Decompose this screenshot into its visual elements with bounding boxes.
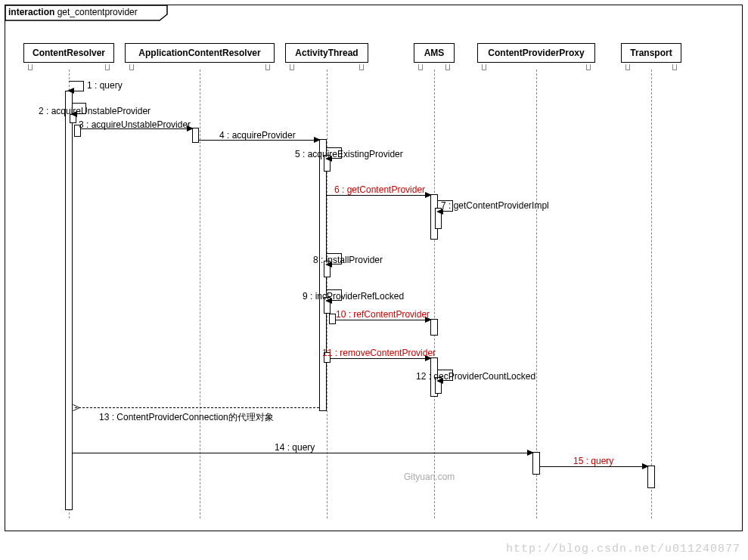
msg11-line (331, 358, 430, 359)
url-watermark: http://blog.csdn.net/u011240877 (506, 543, 740, 555)
msg7-label: 7 : getContentProviderImpl (441, 200, 549, 211)
msg8-label: 8 : installProvider (313, 255, 383, 265)
lifeline-acr (200, 70, 200, 518)
activation-cr-main (65, 91, 73, 510)
lifeline-ams (434, 70, 435, 518)
msg15-arrow (642, 463, 649, 469)
msg13-label: 13 : ContentProviderConnection的代理对象 (99, 411, 274, 424)
msg14-label: 14 : query (275, 442, 315, 453)
msg10-line (336, 320, 430, 320)
lifeline-head-acr: ApplicationContentResolver (125, 43, 275, 63)
msg5-label: 5 : acquireExistingProvider (295, 149, 403, 159)
diagram-frame: interaction get_contentprovider ContentR… (5, 5, 743, 531)
lifeline-head-transport: Transport (621, 43, 681, 63)
lifeline-head-cpp: ContentProviderProxy (477, 43, 595, 63)
msg1-label: 1 : query (87, 80, 123, 91)
msg15-label: 15 : query (573, 456, 613, 466)
msg11-label: 11 : removeContentProvider (322, 348, 436, 358)
msg6-arrow (425, 192, 432, 198)
msg10-label: 10 : refContentProvider (336, 309, 430, 320)
frame-name: get_contentprovider (57, 7, 138, 17)
frame-keyword: interaction (8, 7, 54, 17)
lifeline-cpp (536, 70, 537, 518)
msg6-label: 6 : getContentProvider (334, 184, 425, 195)
msg13-arrow (73, 404, 79, 410)
msg13-line (75, 407, 319, 408)
frame-title: interaction get_contentprovider (8, 7, 138, 17)
msg2-label: 2 : acquireUnstableProvider (39, 106, 151, 116)
lifeline-head-ams: AMS (414, 43, 455, 63)
msg1-arrow (67, 88, 74, 94)
lifeline-head-contentresolver: ContentResolver (23, 43, 114, 63)
msg12-label: 12 : decProviderCountLocked (416, 371, 535, 382)
msg6-line (327, 195, 430, 196)
lifeline-head-activitythread: ActivityThread (285, 43, 368, 63)
msg14-line (73, 453, 532, 453)
lifeline-tr (651, 70, 652, 518)
msg3-label: 3 : acquireUnstableProvider (79, 119, 191, 130)
watermark-text: Gityuan.com (404, 472, 455, 482)
msg4-arrow (314, 137, 321, 143)
msg1-line (73, 91, 84, 91)
msg15-line (540, 466, 647, 467)
msg4-label: 4 : acquireProvider (219, 130, 296, 141)
msg9-label: 9 : incProviderRefLocked (303, 291, 404, 302)
activation-at-10 (329, 314, 336, 324)
msg14-arrow (527, 450, 534, 456)
